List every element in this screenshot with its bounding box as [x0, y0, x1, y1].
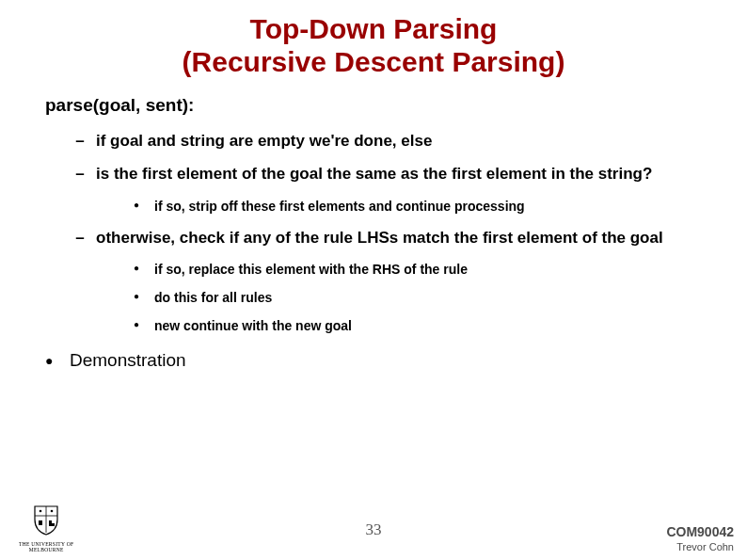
slide-content: parse(goal, sent): – if goal and string …: [0, 78, 747, 371]
list-item: – if goal and string are empty we're don…: [73, 131, 702, 151]
page-number: 33: [366, 520, 382, 539]
crest-icon: [29, 503, 63, 536]
level2-list: ● if so, replace this element with the R…: [134, 261, 702, 335]
list-item: ● if so, replace this element with the R…: [134, 261, 702, 278]
dot-bullet-icon: ●: [134, 317, 145, 332]
level1-list: – if goal and string are empty we're don…: [73, 131, 702, 335]
list-item: – otherwise, check if any of the rule LH…: [73, 228, 702, 248]
dot-bullet-icon: ●: [45, 350, 58, 371]
list-item: – is the first element of the goal the s…: [73, 164, 702, 184]
list-item-text: if so, replace this element with the RHS…: [154, 261, 468, 278]
demo-line: ● Demonstration: [45, 350, 702, 371]
level2-list: ● if so, strip off these first elements …: [134, 198, 702, 215]
demo-text: Demonstration: [70, 350, 186, 371]
dash-bullet-icon: –: [73, 228, 87, 248]
logo-text: THE UNIVERSITY OF MELBOURNE: [19, 541, 73, 552]
list-item: ● do this for all rules: [134, 289, 702, 306]
list-item: ● new continue with the new goal: [134, 317, 702, 334]
svg-point-3: [51, 510, 54, 513]
list-item: ● if so, strip off these first elements …: [134, 198, 702, 215]
list-item-text: otherwise, check if any of the rule LHSs…: [96, 228, 663, 248]
dot-bullet-icon: ●: [134, 289, 145, 304]
dot-bullet-icon: ●: [134, 198, 145, 213]
list-item-text: do this for all rules: [154, 289, 272, 306]
dash-bullet-icon: –: [73, 164, 87, 184]
course-code: COM90042: [666, 524, 734, 539]
list-item-text: if so, strip off these first elements an…: [154, 198, 525, 215]
title-line-1: Top-Down Parsing: [0, 13, 747, 46]
svg-rect-4: [39, 520, 42, 525]
slide-title: Top-Down Parsing (Recursive Descent Pars…: [0, 0, 747, 78]
dash-bullet-icon: –: [73, 131, 87, 151]
author-name: Trevor Cohn: [676, 541, 734, 552]
title-line-2: (Recursive Descent Parsing): [0, 46, 747, 79]
list-item-text: if goal and string are empty we're done,…: [96, 131, 432, 151]
svg-point-2: [40, 510, 42, 513]
dot-bullet-icon: ●: [134, 261, 145, 276]
list-item-text: is the first element of the goal the sam…: [96, 164, 652, 184]
subheading: parse(goal, sent):: [45, 95, 702, 116]
footer: THE UNIVERSITY OF MELBOURNE 33 COM90042 …: [0, 504, 747, 560]
university-logo: THE UNIVERSITY OF MELBOURNE: [19, 503, 73, 552]
list-item-text: new continue with the new goal: [154, 317, 352, 334]
